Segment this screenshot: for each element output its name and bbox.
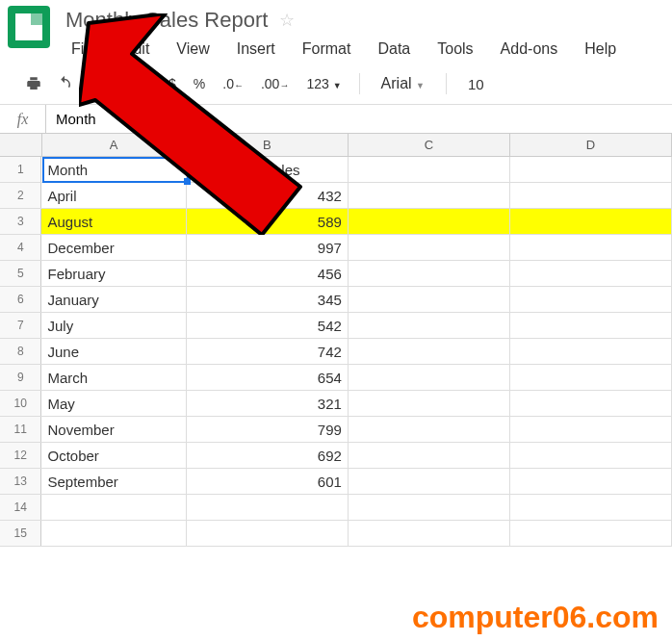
cell[interactable] xyxy=(510,495,672,520)
row-header[interactable]: 9 xyxy=(0,365,41,390)
row-header[interactable]: 14 xyxy=(0,495,41,520)
column-header-A[interactable]: A xyxy=(42,134,187,156)
cell[interactable] xyxy=(349,495,510,520)
cell[interactable] xyxy=(349,157,510,182)
menu-format[interactable]: Format xyxy=(289,37,365,65)
cell[interactable] xyxy=(187,495,349,520)
row-header[interactable]: 5 xyxy=(0,261,41,286)
cell[interactable] xyxy=(510,157,672,182)
cell[interactable] xyxy=(510,339,672,364)
row-header[interactable]: 1 xyxy=(0,157,41,182)
font-family-select[interactable]: Arial ▼ xyxy=(372,75,434,92)
select-all-corner[interactable] xyxy=(0,134,42,156)
cell[interactable]: June xyxy=(41,339,186,364)
cell[interactable]: October xyxy=(41,443,186,468)
more-formats-button[interactable]: 123 ▼ xyxy=(300,76,347,91)
cell[interactable]: 589 xyxy=(187,209,349,234)
cell[interactable] xyxy=(510,209,672,234)
row-header[interactable]: 11 xyxy=(0,417,41,442)
cell[interactable] xyxy=(187,521,349,546)
cell[interactable] xyxy=(349,521,510,546)
cell[interactable] xyxy=(349,391,510,416)
print-button[interactable] xyxy=(21,73,46,94)
cell[interactable]: August xyxy=(41,209,186,234)
currency-format-button[interactable]: $ xyxy=(163,76,182,91)
cell[interactable] xyxy=(349,209,510,234)
column-header-B[interactable]: B xyxy=(187,134,349,156)
formula-input[interactable] xyxy=(46,105,672,133)
menu-add-ons[interactable]: Add-ons xyxy=(487,37,572,65)
cell[interactable]: February xyxy=(41,261,186,286)
cell[interactable] xyxy=(41,495,186,520)
cell[interactable]: 432 xyxy=(187,183,349,208)
cell[interactable]: November xyxy=(41,417,186,442)
menu-edit[interactable]: Edit xyxy=(110,37,164,65)
cell[interactable] xyxy=(510,183,672,208)
paint-format-button[interactable] xyxy=(114,73,139,94)
menu-file[interactable]: File xyxy=(65,37,110,65)
menu-insert[interactable]: Insert xyxy=(223,37,289,65)
cell[interactable]: January xyxy=(41,287,186,312)
cell[interactable] xyxy=(349,365,510,390)
cell[interactable] xyxy=(349,339,510,364)
cell[interactable] xyxy=(510,417,672,442)
column-header-C[interactable]: C xyxy=(349,134,510,156)
cell[interactable]: March xyxy=(41,365,186,390)
cell[interactable] xyxy=(349,261,510,286)
menu-help[interactable]: Help xyxy=(571,37,630,65)
increase-decimal-button[interactable]: .00→ xyxy=(255,76,295,91)
cell[interactable]: 542 xyxy=(187,313,349,338)
decrease-decimal-button[interactable]: .0← xyxy=(217,76,249,91)
cell[interactable] xyxy=(510,365,672,390)
cell[interactable] xyxy=(41,521,186,546)
cell[interactable] xyxy=(510,469,672,494)
cell[interactable] xyxy=(349,313,510,338)
percent-format-button[interactable]: % xyxy=(188,76,211,91)
row-header[interactable]: 6 xyxy=(0,287,41,312)
row-header[interactable]: 10 xyxy=(0,391,41,416)
cell[interactable] xyxy=(510,287,672,312)
sheets-logo-icon[interactable] xyxy=(8,6,50,48)
row-header[interactable]: 2 xyxy=(0,183,41,208)
cell[interactable]: December xyxy=(41,235,186,260)
font-size-select[interactable]: 10 xyxy=(458,76,494,92)
cell[interactable]: September xyxy=(41,469,186,494)
cell[interactable] xyxy=(510,235,672,260)
cell[interactable] xyxy=(510,261,672,286)
cell[interactable] xyxy=(349,183,510,208)
cell[interactable] xyxy=(349,443,510,468)
menu-tools[interactable]: Tools xyxy=(424,37,486,65)
star-icon[interactable]: ☆ xyxy=(279,10,295,31)
cell[interactable] xyxy=(510,443,672,468)
doc-title[interactable]: Monthly Sales Report xyxy=(65,8,268,33)
menu-view[interactable]: View xyxy=(163,37,222,65)
menu-data[interactable]: Data xyxy=(364,37,424,65)
cell[interactable]: May xyxy=(41,391,186,416)
cell[interactable]: 345 xyxy=(187,287,349,312)
cell[interactable]: 321 xyxy=(187,391,349,416)
cell[interactable]: 456 xyxy=(187,261,349,286)
cell[interactable]: July xyxy=(41,313,186,338)
cell[interactable]: 799 xyxy=(187,417,349,442)
cell[interactable]: 601 xyxy=(187,469,349,494)
cell[interactable] xyxy=(349,417,510,442)
spreadsheet-grid[interactable]: 1MonthNumber of Sales2April4323August589… xyxy=(0,157,672,547)
row-header[interactable]: 7 xyxy=(0,313,41,338)
cell[interactable]: 692 xyxy=(187,443,349,468)
row-header[interactable]: 15 xyxy=(0,521,41,546)
cell[interactable] xyxy=(349,235,510,260)
cell[interactable]: 742 xyxy=(187,339,349,364)
redo-button[interactable] xyxy=(83,73,108,94)
cell[interactable]: 997 xyxy=(187,235,349,260)
cell[interactable]: April xyxy=(41,183,186,208)
cell[interactable]: Month xyxy=(41,157,186,182)
cell[interactable] xyxy=(349,287,510,312)
row-header[interactable]: 12 xyxy=(0,443,41,468)
row-header[interactable]: 13 xyxy=(0,469,41,494)
cell[interactable] xyxy=(349,469,510,494)
cell[interactable] xyxy=(510,521,672,546)
cell[interactable]: Number of Sales xyxy=(187,157,349,182)
cell[interactable] xyxy=(510,313,672,338)
row-header[interactable]: 8 xyxy=(0,339,41,364)
undo-button[interactable] xyxy=(52,73,77,94)
